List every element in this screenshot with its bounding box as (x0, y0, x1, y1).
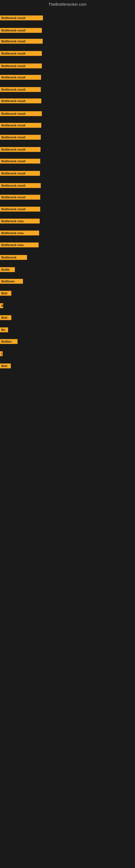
bar-row-4: Bottleneck result (0, 51, 42, 56)
bottleneck-label-2: Bottleneck result (0, 28, 42, 33)
bar-row-10: Bottleneck result (0, 123, 41, 128)
bar-row-9: Bottleneck result (0, 111, 42, 116)
bar-row-27: Bo (0, 328, 8, 332)
bar-row-5: Bottleneck result (0, 63, 42, 68)
bar-row-26: Bott (0, 315, 11, 320)
bottleneck-label-20: Bottleneck resu (0, 243, 39, 247)
bar-row-19: Bottleneck resu (0, 230, 39, 236)
bar-row-8: Bottleneck result (0, 98, 41, 103)
bottleneck-label-21: Bottleneck (0, 255, 27, 260)
bar-row-3: Bottleneck result (0, 39, 43, 44)
bottleneck-label-27: Bo (0, 328, 8, 332)
bar-row-28: Bottlen (0, 339, 17, 344)
bottleneck-label-29: | (0, 351, 3, 356)
bar-row-2: Bottleneck result (0, 28, 42, 33)
site-title: TheBottlenecker.com (0, 0, 135, 8)
bar-row-21: Bottleneck (0, 255, 27, 260)
bar-row-11: Bottleneck result (0, 135, 41, 140)
bottleneck-label-30: Bott (0, 364, 11, 368)
bar-row-30: Bott (0, 364, 11, 368)
bottleneck-label-3: Bottleneck result (0, 39, 43, 44)
bar-row-20: Bottleneck resu (0, 243, 39, 247)
bar-row-25: B (0, 303, 3, 308)
bottleneck-label-12: Bottleneck result (0, 147, 41, 152)
bottleneck-label-14: Bottleneck result (0, 171, 40, 176)
bar-row-18: Bottleneck resu (0, 219, 40, 223)
bottleneck-label-5: Bottleneck result (0, 63, 42, 68)
bottleneck-label-8: Bottleneck result (0, 98, 41, 103)
bottleneck-label-15: Bottleneck result (0, 183, 41, 188)
bar-row-29: | (0, 351, 3, 356)
bar-row-22: Bottle (0, 267, 15, 272)
bottleneck-label-25: B (0, 303, 3, 308)
bar-row-16: Bottleneck result (0, 195, 40, 199)
bottleneck-label-26: Bott (0, 315, 11, 320)
bottleneck-label-16: Bottleneck result (0, 195, 40, 199)
bottleneck-label-7: Bottleneck result (0, 87, 41, 92)
bottleneck-label-9: Bottleneck result (0, 111, 42, 116)
bottleneck-label-17: Bottleneck result (0, 207, 40, 212)
bottleneck-label-13: Bottleneck result (0, 159, 40, 163)
bottleneck-label-18: Bottleneck resu (0, 219, 40, 223)
bottleneck-label-28: Bottlen (0, 339, 17, 344)
bottleneck-label-19: Bottleneck resu (0, 230, 39, 236)
bar-row-1: Bottleneck result (0, 16, 43, 20)
bar-row-17: Bottleneck result (0, 207, 40, 212)
bar-row-6: Bottleneck result (0, 75, 41, 80)
bar-row-23: Bottlenec (0, 279, 23, 284)
bar-row-14: Bottleneck result (0, 171, 40, 176)
bar-row-13: Bottleneck result (0, 159, 40, 163)
bottleneck-label-24: Bott (0, 291, 11, 296)
bottleneck-label-10: Bottleneck result (0, 123, 41, 128)
bottleneck-label-22: Bottle (0, 267, 15, 272)
bar-row-7: Bottleneck result (0, 87, 41, 92)
bottleneck-label-23: Bottlenec (0, 279, 23, 284)
bar-row-12: Bottleneck result (0, 147, 41, 152)
bottleneck-label-1: Bottleneck result (0, 16, 43, 20)
bar-row-15: Bottleneck result (0, 183, 41, 188)
bar-row-24: Bott (0, 291, 11, 296)
bottleneck-label-6: Bottleneck result (0, 75, 41, 80)
bottleneck-label-4: Bottleneck result (0, 51, 42, 56)
bottleneck-label-11: Bottleneck result (0, 135, 41, 140)
